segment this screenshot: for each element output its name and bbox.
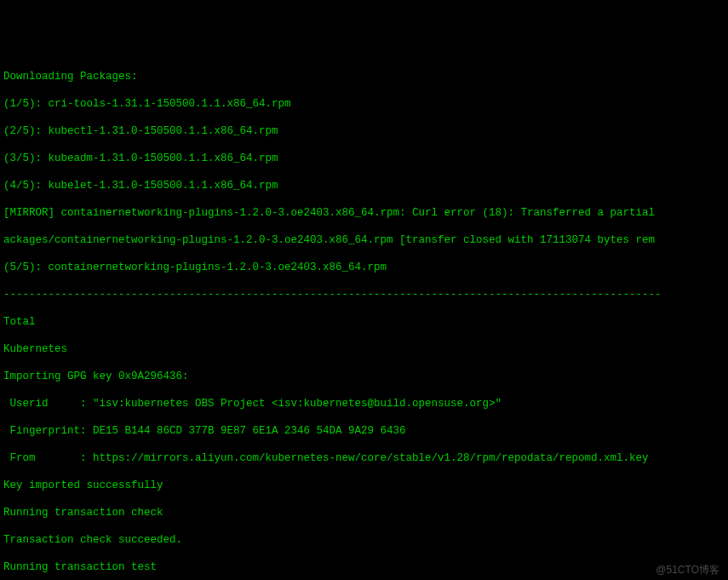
gpg-header: Importing GPG key 0x9A296436: (3, 370, 725, 383)
separator: ----------------------------------------… (3, 288, 725, 301)
total-line: Total (3, 315, 725, 329)
pkg-line: (3/5): kubeadm-1.31.0-150500.1.1.x86_64.… (3, 152, 725, 165)
tx-check-ok: Transaction check succeeded. (3, 533, 725, 547)
download-header: Downloading Packages: (3, 70, 725, 83)
gpg-userid: Userid : "isv:kubernetes OBS Project <is… (3, 397, 725, 411)
pkg-line: (1/5): cri-tools-1.31.1-150500.1.1.x86_6… (3, 97, 725, 111)
tx-test: Running transaction test (3, 560, 725, 574)
repo-line: Kubernetes (3, 342, 725, 356)
key-ok: Key imported successfully (3, 479, 725, 492)
pkg-line: (5/5): containernetworking-plugins-1.2.0… (3, 261, 725, 274)
watermark: @51CTO博客 (656, 564, 719, 577)
pkg-line: (4/5): kubelet-1.31.0-150500.1.1.x86_64.… (3, 179, 725, 192)
mirror-error: [MIRROR] containernetworking-plugins-1.2… (3, 206, 725, 220)
gpg-from: From : https://mirrors.aliyun.com/kubern… (3, 451, 725, 465)
mirror-error: ackages/containernetworking-plugins-1.2.… (3, 233, 725, 247)
tx-check: Running transaction check (3, 506, 725, 520)
pkg-line: (2/5): kubectl-1.31.0-150500.1.1.x86_64.… (3, 124, 725, 138)
terminal[interactable]: Downloading Packages: (1/5): cri-tools-1… (3, 56, 725, 580)
gpg-fingerprint: Fingerprint: DE15 B144 86CD 377B 9E87 6E… (3, 424, 725, 438)
